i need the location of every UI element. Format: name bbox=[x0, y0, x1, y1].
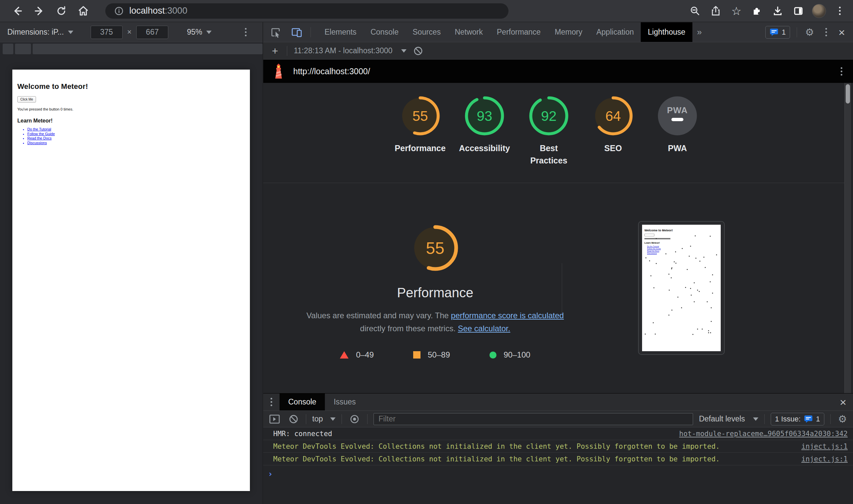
extensions-button[interactable] bbox=[748, 2, 766, 20]
speck-dot bbox=[711, 307, 712, 308]
performance-doc-link[interactable]: See calculator. bbox=[458, 324, 510, 333]
zoom-button[interactable] bbox=[686, 2, 704, 20]
more-tabs-button[interactable]: » bbox=[692, 27, 707, 37]
star-icon: ☆ bbox=[731, 4, 742, 18]
url-host: localhost bbox=[129, 6, 165, 16]
device-toolbar-toggle[interactable] bbox=[289, 25, 304, 39]
console-message-text: HMR: connected bbox=[273, 430, 332, 438]
speck-dot bbox=[671, 277, 672, 278]
live-expression-button[interactable] bbox=[348, 413, 361, 426]
page-info-icon[interactable] bbox=[114, 6, 124, 16]
category-pwa[interactable]: PWA PWA bbox=[645, 94, 710, 167]
speck-dot bbox=[705, 267, 706, 268]
drawer-tab-issues[interactable]: Issues bbox=[325, 394, 364, 411]
drawer-menu-button[interactable] bbox=[268, 396, 274, 408]
drawer-tab-console[interactable]: Console bbox=[280, 394, 325, 411]
back-button[interactable] bbox=[8, 2, 26, 20]
side-panel-button[interactable] bbox=[790, 2, 807, 20]
media-query-bar[interactable] bbox=[0, 43, 263, 54]
console-source-link[interactable]: inject.js:1 bbox=[791, 455, 848, 463]
tab-performance[interactable]: Performance bbox=[490, 22, 548, 42]
description-text: Values are estimated and may vary. The bbox=[307, 311, 451, 320]
page-link[interactable]: Follow the Guide bbox=[27, 132, 55, 136]
tab-sources[interactable]: Sources bbox=[405, 22, 448, 42]
report-scrollbar[interactable] bbox=[845, 83, 851, 393]
device-toolbar-menu[interactable] bbox=[243, 26, 248, 38]
log-levels-select[interactable]: Default levels bbox=[699, 414, 759, 424]
speck-dot bbox=[710, 281, 711, 282]
clear-reports-icon[interactable] bbox=[413, 46, 423, 56]
category-accessibility[interactable]: 93Accessibility bbox=[452, 94, 517, 167]
back-icon bbox=[12, 5, 23, 17]
sidebar-icon bbox=[269, 414, 280, 424]
browser-menu-button[interactable] bbox=[831, 2, 848, 20]
tab-lighthouse[interactable]: Lighthouse bbox=[641, 22, 692, 42]
tab-memory[interactable]: Memory bbox=[548, 22, 589, 42]
devtools-menu-button[interactable] bbox=[822, 25, 830, 40]
new-report-button[interactable]: + bbox=[270, 46, 280, 56]
bookmark-button[interactable]: ☆ bbox=[728, 2, 745, 20]
category-best-practices[interactable]: 92Best Practices bbox=[517, 94, 581, 167]
page-link[interactable]: Do the Tutorial bbox=[27, 127, 51, 131]
category-performance[interactable]: 55Performance bbox=[388, 94, 452, 167]
inspect-element-button[interactable] bbox=[268, 25, 282, 39]
lighthouse-icon bbox=[272, 63, 285, 79]
page-link[interactable]: Read the Docs bbox=[27, 136, 52, 140]
speck-dot bbox=[653, 322, 654, 323]
click-me-button[interactable]: Click Me bbox=[17, 96, 36, 103]
profile-avatar[interactable] bbox=[810, 2, 828, 20]
chevron-down-icon bbox=[206, 31, 212, 34]
drawer-close-button[interactable]: × bbox=[838, 395, 848, 409]
device-dimensions-select[interactable]: Dimensions: iP... bbox=[7, 28, 73, 37]
share-button[interactable] bbox=[707, 2, 725, 20]
downloads-button[interactable] bbox=[769, 2, 786, 20]
zoom-level-select[interactable]: 95% bbox=[187, 28, 212, 37]
list-item: Follow the Guide bbox=[27, 132, 250, 137]
category-label: Accessibility bbox=[458, 142, 511, 155]
devtools-settings-button[interactable]: ⚙ bbox=[804, 26, 815, 39]
tab-application[interactable]: Application bbox=[589, 22, 641, 42]
address-bar[interactable]: localhost:3000 bbox=[105, 3, 508, 19]
svg-text:92: 92 bbox=[541, 108, 557, 124]
devtools-close-button[interactable]: × bbox=[837, 25, 846, 39]
console-filter-input[interactable] bbox=[373, 413, 693, 425]
divider bbox=[342, 414, 342, 424]
speck-dot bbox=[649, 260, 650, 261]
console-prompt[interactable]: › bbox=[263, 465, 853, 480]
performance-section: 55 Performance Values are estimated and … bbox=[263, 223, 607, 360]
tab-elements[interactable]: Elements bbox=[317, 22, 364, 42]
speck-dot bbox=[685, 287, 686, 288]
home-button[interactable] bbox=[75, 2, 92, 20]
viewport-height-input[interactable] bbox=[136, 25, 168, 39]
issues-count: 1 bbox=[782, 28, 786, 37]
device-toggle-icon bbox=[291, 26, 302, 38]
report-menu-button[interactable] bbox=[839, 65, 845, 77]
dimensions-separator: × bbox=[127, 28, 132, 37]
forward-button[interactable] bbox=[31, 2, 48, 20]
performance-gauge[interactable]: 55 bbox=[410, 223, 460, 273]
lighthouse-report-bar: + 11:28:13 AM - localhost:3000 bbox=[263, 42, 853, 59]
console-source-link[interactable]: hot-module-replaceme…9605f06334a2030:342 bbox=[669, 430, 848, 438]
browser-window: localhost:3000 ☆ bbox=[0, 0, 853, 504]
eye-icon bbox=[349, 414, 360, 424]
execution-context-select[interactable]: top bbox=[312, 414, 335, 424]
scrollbar-thumb[interactable] bbox=[846, 84, 850, 104]
console-source-link[interactable]: inject.js:1 bbox=[791, 443, 848, 450]
console-issues-badge[interactable]: 1 Issue: 1 bbox=[771, 413, 824, 426]
report-selector[interactable]: 11:28:13 AM - localhost:3000 bbox=[294, 46, 406, 55]
reload-button[interactable] bbox=[53, 2, 70, 20]
category-seo[interactable]: 64SEO bbox=[581, 94, 645, 167]
console-sidebar-toggle[interactable] bbox=[268, 413, 281, 426]
speck-dot bbox=[690, 288, 691, 289]
issues-counter-badge[interactable]: 1 bbox=[765, 26, 790, 39]
legend-range-label: 50–89 bbox=[428, 350, 450, 360]
thumb-link: Follow the Guide bbox=[647, 248, 721, 250]
viewport-width-input[interactable] bbox=[91, 25, 123, 39]
page-link[interactable]: Discussions bbox=[27, 141, 47, 145]
tab-network[interactable]: Network bbox=[448, 22, 490, 42]
tab-console[interactable]: Console bbox=[364, 22, 405, 42]
performance-doc-link[interactable]: performance score is calculated bbox=[451, 311, 564, 320]
speck-dot bbox=[675, 251, 676, 252]
clear-console-button[interactable] bbox=[287, 413, 300, 426]
console-settings-button[interactable]: ⚙ bbox=[837, 413, 848, 426]
